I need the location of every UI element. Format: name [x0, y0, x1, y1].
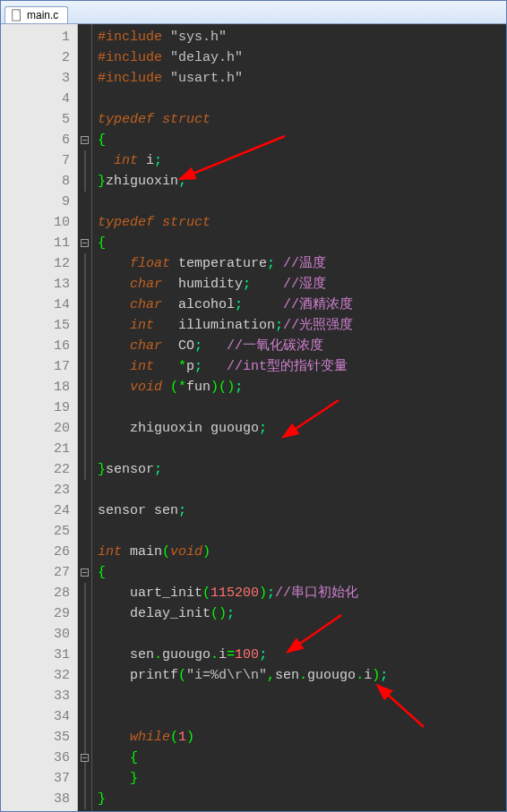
code-line: #include "delay.h": [98, 47, 506, 68]
code-editor[interactable]: 1234567891011121314151617181920212223242…: [1, 24, 506, 811]
fold-cell: [78, 233, 91, 253]
fold-toggle-icon[interactable]: [81, 754, 89, 762]
code-line: char humidity; //湿度: [98, 274, 506, 295]
code-line: [98, 624, 506, 645]
line-number: 17: [1, 356, 77, 377]
line-number: 25: [1, 521, 77, 542]
line-number: 31: [1, 645, 77, 665]
line-number: 34: [1, 706, 77, 727]
code-line: [98, 480, 506, 500]
code-line: }sensor;: [98, 459, 506, 480]
line-number: 35: [1, 727, 77, 748]
line-number: 6: [1, 130, 77, 150]
fold-cell: [78, 727, 91, 748]
fold-cell: [78, 212, 91, 233]
code-line: }: [98, 789, 506, 809]
fold-cell: [78, 665, 91, 686]
line-number: 11: [1, 233, 77, 253]
code-area[interactable]: #include "sys.h" #include "delay.h" #inc…: [92, 24, 506, 811]
fold-cell: [78, 397, 91, 418]
fold-cell: [78, 521, 91, 542]
fold-cell: [78, 315, 91, 336]
fold-cell: [78, 645, 91, 665]
code-line: #include "usart.h": [98, 68, 506, 89]
code-line: {: [98, 748, 506, 768]
fold-cell: [78, 295, 91, 315]
fold-cell: [78, 68, 91, 89]
line-number: 4: [1, 89, 77, 109]
code-line: typedef struct: [98, 212, 506, 233]
line-number: 21: [1, 439, 77, 459]
fold-cell: [78, 47, 91, 68]
code-line: [98, 439, 506, 459]
tab-bar: main.c: [1, 1, 506, 24]
line-number: 37: [1, 768, 77, 789]
line-number: 1: [1, 27, 77, 47]
tab-label: main.c: [27, 9, 58, 21]
code-line: while(1): [98, 727, 506, 748]
code-line: float temperature; //温度: [98, 253, 506, 274]
fold-cell: [78, 130, 91, 150]
fold-cell: [78, 150, 91, 171]
fold-cell: [78, 562, 91, 583]
code-line: {: [98, 130, 506, 150]
line-number: 14: [1, 295, 77, 315]
line-number: 10: [1, 212, 77, 233]
code-line: int *p; //int型的指针变量: [98, 356, 506, 377]
line-number: 20: [1, 418, 77, 439]
line-number: 19: [1, 397, 77, 418]
code-line: sensor sen;: [98, 500, 506, 521]
file-icon: [11, 9, 23, 21]
code-line: delay_init();: [98, 603, 506, 624]
line-number: 18: [1, 377, 77, 397]
fold-cell: [78, 27, 91, 47]
fold-cell: [78, 274, 91, 295]
line-number: 32: [1, 665, 77, 686]
fold-cell: [78, 789, 91, 809]
code-line: {: [98, 562, 506, 583]
code-line: uart_init(115200);//串口初始化: [98, 583, 506, 603]
fold-cell: [78, 192, 91, 212]
line-number: 36: [1, 748, 77, 768]
fold-toggle-icon[interactable]: [81, 136, 89, 144]
fold-cell: [78, 624, 91, 645]
code-line: int illumination;//光照强度: [98, 315, 506, 336]
code-line: char CO; //一氧化碳浓度: [98, 336, 506, 356]
fold-cell: [78, 706, 91, 727]
code-line: [98, 706, 506, 727]
fold-cell: [78, 109, 91, 130]
fold-cell: [78, 336, 91, 356]
fold-toggle-icon[interactable]: [81, 239, 89, 247]
line-number-gutter: 1234567891011121314151617181920212223242…: [1, 24, 78, 811]
fold-cell: [78, 439, 91, 459]
line-number: 30: [1, 624, 77, 645]
code-line: {: [98, 233, 506, 253]
fold-gutter[interactable]: [78, 24, 92, 811]
line-number: 23: [1, 480, 77, 500]
line-number: 27: [1, 562, 77, 583]
fold-cell: [78, 542, 91, 562]
tab-main-c[interactable]: main.c: [4, 6, 68, 23]
line-number: 29: [1, 603, 77, 624]
code-line: typedef struct: [98, 109, 506, 130]
line-number: 15: [1, 315, 77, 336]
code-line: [98, 397, 506, 418]
code-line: void (*fun)();: [98, 377, 506, 397]
code-line: int main(void): [98, 542, 506, 562]
line-number: 13: [1, 274, 77, 295]
fold-cell: [78, 748, 91, 768]
code-line: [98, 686, 506, 706]
line-number: 24: [1, 500, 77, 521]
fold-cell: [78, 253, 91, 274]
line-number: 33: [1, 686, 77, 706]
line-number: 7: [1, 150, 77, 171]
fold-cell: [78, 89, 91, 109]
fold-toggle-icon[interactable]: [81, 568, 89, 577]
fold-cell: [78, 583, 91, 603]
line-number: 26: [1, 542, 77, 562]
code-line: [98, 192, 506, 212]
code-line: zhiguoxin guougo;: [98, 418, 506, 439]
code-line: int i;: [98, 150, 506, 171]
line-number: 12: [1, 253, 77, 274]
fold-cell: [78, 377, 91, 397]
